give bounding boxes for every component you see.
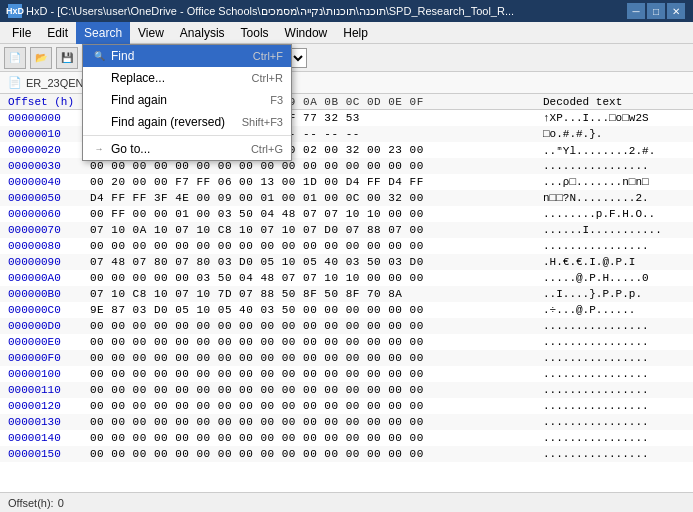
menu-analysis[interactable]: Analysis [172,22,233,44]
dropdown-separator [83,135,291,136]
row-decoded-11: ..I....}.P.P.p. [543,288,693,300]
row-decoded-13: ................ [543,320,693,332]
menu-view[interactable]: View [130,22,172,44]
row-decoded-1: □o.#.#.}. [543,128,693,140]
row-offset-4: 00000040 [0,176,90,188]
menu-window[interactable]: Window [277,22,336,44]
row-hex-4: 00 20 00 00 F7 FF 06 00 13 00 1D 00 D4 F… [90,176,543,188]
row-hex-6: 00 FF 00 00 01 00 03 50 04 48 07 07 10 1… [90,208,543,220]
table-row: 000000D0 00 00 00 00 00 00 00 00 00 00 0… [0,318,693,334]
hex-rows-container: 00000000 -- -- -- -- -- -- -- FF 6F FF 7… [0,110,693,462]
replace-icon [91,70,107,86]
row-offset-3: 00000030 [0,160,90,172]
save-button[interactable]: 💾 [56,47,78,69]
row-offset-18: 00000120 [0,400,90,412]
menu-file[interactable]: File [4,22,39,44]
table-row: 00000120 00 00 00 00 00 00 00 00 00 00 0… [0,398,693,414]
table-row: 00000060 00 FF 00 00 01 00 03 50 04 48 0… [0,206,693,222]
row-hex-19: 00 00 00 00 00 00 00 00 00 00 00 00 00 0… [90,416,543,428]
row-offset-6: 00000060 [0,208,90,220]
table-row: 000000B0 07 10 C8 10 07 10 7D 07 88 50 8… [0,286,693,302]
row-hex-13: 00 00 00 00 00 00 00 00 00 00 00 00 00 0… [90,320,543,332]
row-offset-5: 00000050 [0,192,90,204]
maximize-button[interactable]: □ [647,3,665,19]
row-offset-17: 00000110 [0,384,90,396]
row-decoded-2: ..ᵐYl........2.#. [543,144,693,157]
table-row: 00000090 07 48 07 80 07 80 03 D0 05 10 0… [0,254,693,270]
row-decoded-0: ↑XP...I...□o□w2S [543,112,693,124]
table-row: 00000140 00 00 00 00 00 00 00 00 00 00 0… [0,430,693,446]
new-button[interactable]: 📄 [4,47,26,69]
row-offset-1: 00000010 [0,128,90,140]
row-offset-12: 000000C0 [0,304,90,316]
row-hex-9: 07 48 07 80 07 80 03 D0 05 10 05 40 03 5… [90,256,543,268]
table-row: 00000100 00 00 00 00 00 00 00 00 00 00 0… [0,366,693,382]
row-offset-2: 00000020 [0,144,90,156]
address-icon: 📄 [8,76,22,89]
row-hex-7: 07 10 0A 10 07 10 C8 10 07 10 07 D0 07 8… [90,224,543,236]
row-decoded-6: ........p.F.H.O.. [543,208,693,220]
find-again-icon [91,92,107,108]
title-bar-text: HxD - [C:\Users\user\OneDrive - Office S… [26,5,514,18]
find-reversed-icon [91,114,107,130]
row-decoded-21: ................ [543,448,693,460]
menu-tools[interactable]: Tools [233,22,277,44]
dropdown-find-again[interactable]: Find again F3 [83,89,291,111]
title-bar: HxD HxD - [C:\Users\user\OneDrive - Offi… [0,0,693,22]
offset-label: Offset(h): [8,497,54,509]
row-decoded-7: ......I........... [543,224,693,236]
row-offset-16: 00000100 [0,368,90,380]
row-decoded-14: ................ [543,336,693,348]
dropdown-replace[interactable]: Replace... Ctrl+R [83,67,291,89]
table-row: 000000E0 00 00 00 00 00 00 00 00 00 00 0… [0,334,693,350]
status-bar: Offset(h): 0 [0,492,693,512]
close-button[interactable]: ✕ [667,3,685,19]
table-row: 000000F0 00 00 00 00 00 00 00 00 00 00 0… [0,350,693,366]
row-hex-17: 00 00 00 00 00 00 00 00 00 00 00 00 00 0… [90,384,543,396]
dropdown-find[interactable]: 🔍 Find Ctrl+F [83,45,291,67]
goto-icon: → [91,141,107,157]
row-offset-14: 000000E0 [0,336,90,348]
row-decoded-17: ................ [543,384,693,396]
header-offset: Offset (h) [0,96,90,108]
row-hex-10: 00 00 00 00 00 03 50 04 48 07 07 10 10 0… [90,272,543,284]
minimize-button[interactable]: ─ [627,3,645,19]
open-button[interactable]: 📂 [30,47,52,69]
row-hex-15: 00 00 00 00 00 00 00 00 00 00 00 00 00 0… [90,352,543,364]
table-row: 00000070 07 10 0A 10 07 10 C8 10 07 10 0… [0,222,693,238]
row-decoded-8: ................ [543,240,693,252]
row-hex-20: 00 00 00 00 00 00 00 00 00 00 00 00 00 0… [90,432,543,444]
table-row: 00000110 00 00 00 00 00 00 00 00 00 00 0… [0,382,693,398]
row-decoded-12: .÷...@.P...... [543,304,693,316]
row-offset-15: 000000F0 [0,352,90,364]
dropdown-goto[interactable]: → Go to... Ctrl+G [83,138,291,160]
row-offset-8: 00000080 [0,240,90,252]
header-decoded: Decoded text [543,96,693,108]
menu-search[interactable]: Search [76,22,130,44]
row-offset-13: 000000D0 [0,320,90,332]
row-hex-3: 00 00 00 00 00 00 00 00 00 00 00 00 00 0… [90,160,543,172]
row-hex-5: D4 FF FF 3F 4E 00 09 00 01 00 01 00 0C 0… [90,192,543,204]
row-offset-10: 000000A0 [0,272,90,284]
row-hex-16: 00 00 00 00 00 00 00 00 00 00 00 00 00 0… [90,368,543,380]
row-offset-7: 00000070 [0,224,90,236]
row-decoded-5: n□□?N.........2. [543,192,693,204]
row-decoded-20: ................ [543,432,693,444]
table-row: 000000C0 9E 87 03 D0 05 10 05 40 03 50 0… [0,302,693,318]
row-offset-0: 00000000 [0,112,90,124]
row-decoded-3: ................ [543,160,693,172]
title-bar-controls: ─ □ ✕ [627,3,685,19]
row-offset-21: 00000150 [0,448,90,460]
row-offset-19: 00000130 [0,416,90,428]
offset-value: 0 [58,497,64,509]
dropdown-find-reversed[interactable]: Find again (reversed) Shift+F3 [83,111,291,133]
search-dropdown: 🔍 Find Ctrl+F Replace... Ctrl+R Find aga… [82,44,292,161]
table-row: 00000040 00 20 00 00 F7 FF 06 00 13 00 1… [0,174,693,190]
row-offset-20: 00000140 [0,432,90,444]
menu-edit[interactable]: Edit [39,22,76,44]
menu-bar: File Edit Search View Analysis Tools Win… [0,22,693,44]
menu-help[interactable]: Help [335,22,376,44]
table-row: 00000130 00 00 00 00 00 00 00 00 00 00 0… [0,414,693,430]
row-decoded-16: ................ [543,368,693,380]
row-hex-21: 00 00 00 00 00 00 00 00 00 00 00 00 00 0… [90,448,543,460]
